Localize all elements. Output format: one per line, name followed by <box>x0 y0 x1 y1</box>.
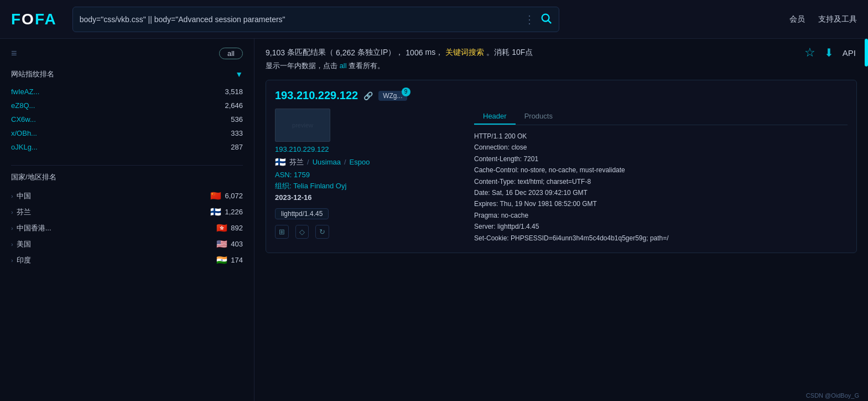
list-item[interactable]: CX6w... 536 <box>11 112 243 126</box>
header-line: Connection: close <box>474 142 848 153</box>
tab-header[interactable]: Header <box>474 109 516 125</box>
header-line: Date: Sat, 16 Dec 2023 09:42:10 GMT <box>474 187 848 198</box>
card-left: preview 193.210.229.122 🇫🇮 芬兰 / Uusimaa … <box>275 109 463 244</box>
flag-icon: 🇨🇳 <box>210 191 221 201</box>
header-line: HTTP/1.1 200 OK <box>474 131 848 142</box>
logo: FOFA <box>11 11 57 28</box>
result-unique-ip: 6,262 <box>336 48 355 57</box>
card-icons: ⊞ ◇ ↻ <box>275 225 463 239</box>
list-item[interactable]: › 印度 🇮🇳 174 <box>11 252 243 268</box>
list-item[interactable]: › 芬兰 🇫🇮 1,226 <box>11 204 243 220</box>
list-item[interactable]: › 美国 🇺🇸 403 <box>11 236 243 252</box>
search-bar: body="css/vkb.css" || body="Advanced ses… <box>72 7 559 32</box>
result-cost: 10F点 <box>512 48 533 58</box>
region-link[interactable]: Uusimaa <box>313 158 341 166</box>
header-line: Cache-Control: no-store, no-cache, must-… <box>474 164 848 176</box>
cube-icon-button[interactable]: ◇ <box>295 225 309 239</box>
header-line: Set-Cookie: PHPSESSID=6i4unn3h4m5c4do4b1… <box>474 233 848 244</box>
list-item[interactable]: › 中国香港... 🇭🇰 892 <box>11 220 243 236</box>
header-content: HTTP/1.1 200 OK Connection: close Conten… <box>474 131 848 244</box>
list-item[interactable]: › 中国 🇨🇳 6,072 <box>11 188 243 204</box>
refresh-icon-button[interactable]: ↻ <box>315 225 329 239</box>
rank-list: fwIeAZ... 3,518 eZ8Q... 2,646 CX6w... 53… <box>11 85 243 154</box>
link-icon[interactable]: 🔗 <box>363 91 373 100</box>
tab-products[interactable]: Products <box>516 109 562 125</box>
nav-tools[interactable]: 支持及工具 <box>818 14 857 24</box>
asn-line: ASN: 1759 <box>275 171 463 179</box>
card-header: 193.210.229.122 🔗 WZg... 9 <box>275 89 848 102</box>
grid-icon-button[interactable]: ⊞ <box>275 225 289 239</box>
card-right: Header Products HTTP/1.1 200 OK Connecti… <box>474 109 848 244</box>
result-total: 9,103 <box>266 48 285 57</box>
list-item[interactable]: x/OBh... 333 <box>11 126 243 140</box>
expand-icon: › <box>11 193 13 199</box>
list-item[interactable]: fwIeAZ... 3,518 <box>11 85 243 99</box>
list-item[interactable]: eZ8Q... 2,646 <box>11 99 243 112</box>
nav-member[interactable]: 会员 <box>789 14 805 24</box>
country-name: 芬兰 <box>289 157 304 167</box>
keyword-search-link[interactable]: 关键词搜索 <box>445 48 484 58</box>
funnel-icon[interactable]: ▼ <box>235 70 243 79</box>
expand-icon: › <box>11 209 13 215</box>
header-line: Content-Length: 7201 <box>474 153 848 164</box>
city-link[interactable]: Espoo <box>350 158 370 166</box>
all-badge[interactable]: all <box>219 48 243 59</box>
card-body: preview 193.210.229.122 🇫🇮 芬兰 / Uusimaa … <box>275 109 848 244</box>
date-value: 2023-12-16 <box>275 193 463 202</box>
card-ip-link[interactable]: 193.210.229.122 <box>275 145 463 153</box>
sidebar: ≡ all 网站指纹排名 ▼ fwIeAZ... 3,518 eZ8Q... 2… <box>0 39 254 401</box>
flag-icon: 🇺🇸 <box>216 239 227 249</box>
star-button[interactable]: ☆ <box>804 45 815 60</box>
org-line: 组织: Telia Finland Oyj <box>275 181 463 191</box>
sidebar-top: ≡ all <box>11 48 243 59</box>
flag-icon: 🇭🇰 <box>216 223 227 233</box>
screenshot-thumbnail: preview <box>275 109 330 142</box>
list-item[interactable]: oJKLg... 287 <box>11 140 243 154</box>
svg-point-0 <box>542 14 549 22</box>
location-line: 🇫🇮 芬兰 / Uusimaa / Espoo <box>275 157 463 167</box>
result-time: 1006 <box>406 48 423 57</box>
header-line: Pragma: no-cache <box>474 210 848 221</box>
star-icon: ☆ <box>804 45 815 60</box>
flag-icon: 🇮🇳 <box>216 255 227 265</box>
country-flag: 🇫🇮 <box>275 157 286 167</box>
download-icon: ⬇ <box>824 46 834 59</box>
expand-icon: › <box>11 225 13 232</box>
asn-value[interactable]: 1759 <box>294 171 310 179</box>
tag-count: 9 <box>402 88 410 96</box>
header-line: Expires: Thu, 19 Nov 1981 08:52:00 GMT <box>474 198 848 209</box>
svg-line-1 <box>548 20 551 23</box>
result-card: 193.210.229.122 🔗 WZg... 9 preview 193.2… <box>266 80 857 253</box>
expand-icon: › <box>11 241 13 248</box>
all-link[interactable]: all <box>340 61 347 70</box>
result-info: 9,103 条匹配结果（ 6,262 条独立IP）， 1006 ms， 关键词搜… <box>266 48 857 58</box>
flag-icon: 🇫🇮 <box>210 207 221 217</box>
search-input[interactable]: body="css/vkb.css" || body="Advanced ses… <box>80 15 524 24</box>
divider <box>11 165 243 166</box>
header-line: Server: lighttpd/1.4.45 <box>474 221 848 232</box>
website-rank-title: 网站指纹排名 ▼ <box>11 69 243 79</box>
country-list: › 中国 🇨🇳 6,072 › 芬兰 🇫🇮 1,226 › 中国香港... 🇭🇰… <box>11 188 243 268</box>
result-info-sub: 显示一年内数据，点击 all 查看所有。 <box>266 61 857 71</box>
top-nav: FOFA body="css/vkb.css" || body="Advance… <box>0 0 868 39</box>
api-label[interactable]: API <box>843 48 856 58</box>
content-area: 9,103 条匹配结果（ 6,262 条独立IP）， 1006 ms， 关键词搜… <box>254 39 868 401</box>
nav-right: 会员 支持及工具 <box>789 14 857 24</box>
server-tag[interactable]: lighttpd/1.4.45 <box>275 208 329 219</box>
cyan-bar <box>865 39 868 66</box>
header-line: Content-Type: text/html; charset=UTF-8 <box>474 176 848 187</box>
country-rank-title: 国家/地区排名 <box>11 172 243 182</box>
tag-badge[interactable]: WZg... 9 <box>378 91 407 101</box>
tabs: Header Products <box>474 109 848 125</box>
footer-note: CSDN @OidBoy_G <box>806 392 859 399</box>
search-options-icon[interactable]: ⋮ <box>524 13 536 26</box>
top-actions: ☆ ⬇ API <box>804 39 868 66</box>
org-value[interactable]: Telia Finland Oyj <box>293 182 346 190</box>
download-button[interactable]: ⬇ <box>824 46 834 59</box>
filter-icon[interactable]: ≡ <box>11 48 17 59</box>
main-layout: ≡ all 网站指纹排名 ▼ fwIeAZ... 3,518 eZ8Q... 2… <box>0 39 868 401</box>
ip-address[interactable]: 193.210.229.122 <box>275 89 358 102</box>
search-button[interactable] <box>540 12 552 26</box>
expand-icon: › <box>11 257 13 264</box>
